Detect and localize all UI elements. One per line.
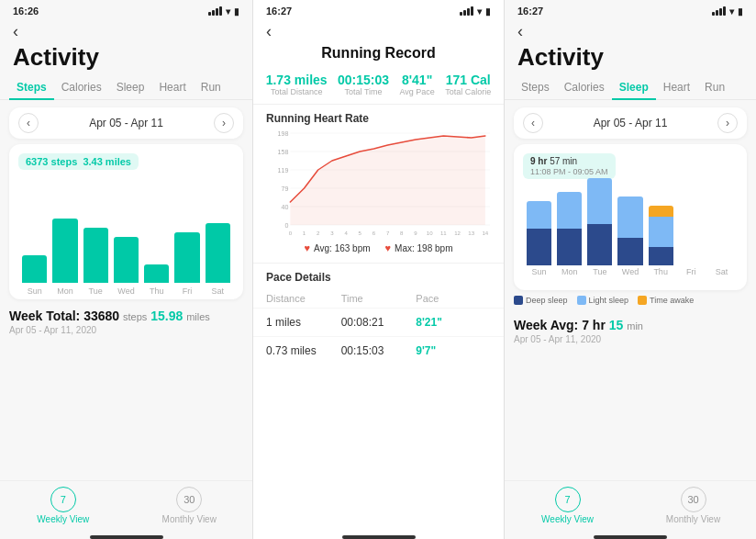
week-next-1[interactable]: › bbox=[214, 113, 234, 133]
svg-text:158: 158 bbox=[278, 149, 289, 155]
bar-col-tue: Tue bbox=[83, 228, 108, 296]
monthly-view-3[interactable]: 30 Monthly View bbox=[630, 487, 756, 524]
legend-deep: Deep sleep bbox=[514, 296, 568, 305]
pace-val-2: 9'7" bbox=[416, 344, 491, 357]
week-prev-3[interactable]: ‹ bbox=[523, 113, 543, 133]
monthly-view-1[interactable]: 30 Monthly View bbox=[127, 487, 253, 524]
sleep-col-tue: Tue bbox=[587, 178, 612, 276]
week-selector-3: ‹ Apr 05 - Apr 11 › bbox=[514, 107, 747, 139]
signal-icon-3 bbox=[712, 6, 726, 16]
sleep-bar-thu bbox=[649, 206, 673, 265]
week-selector-1: ‹ Apr 05 - Apr 11 › bbox=[9, 107, 243, 139]
week-next-3[interactable]: › bbox=[717, 113, 738, 133]
tab-sleep-3[interactable]: Sleep bbox=[612, 77, 656, 99]
running-title: Running Record bbox=[253, 41, 504, 67]
pace-row-1: 1 miles 00:08:21 8'21" bbox=[253, 308, 504, 336]
weekly-view-1[interactable]: 7 Weekly View bbox=[0, 487, 127, 524]
avg-bpm: Avg: 163 bpm bbox=[314, 243, 371, 253]
bar-tue bbox=[83, 228, 108, 283]
light-tue bbox=[587, 178, 612, 224]
stat-distance-label: Total Distance bbox=[266, 87, 328, 96]
svg-text:1: 1 bbox=[303, 230, 306, 236]
tab-run-3[interactable]: Run bbox=[697, 77, 732, 99]
weekly-label-3: Weekly View bbox=[541, 514, 594, 524]
bar-sat bbox=[206, 223, 230, 283]
svg-text:4: 4 bbox=[344, 230, 348, 236]
sleep-col-wed: Wed bbox=[617, 197, 642, 276]
bar-col-sun: Sun bbox=[22, 255, 47, 296]
sleep-bar-tue bbox=[587, 178, 612, 265]
week-avg-3: Week Avg: 7 hr 15 min Apr 05 - Apr 11, 2… bbox=[505, 309, 756, 348]
tabs-3: Steps Calories Sleep Heart Run bbox=[505, 77, 756, 100]
heart-rate-chart: 198 158 119 79 40 0 0 1 2 3 4 5 6 7 8 9 … bbox=[262, 129, 495, 239]
sleep-bar-wed bbox=[617, 197, 642, 265]
svg-text:79: 79 bbox=[281, 185, 288, 192]
legend-dot-light bbox=[577, 296, 586, 305]
signal-icon-1 bbox=[208, 6, 222, 16]
bar-label-fri: Fri bbox=[183, 286, 193, 296]
bar-sun bbox=[22, 255, 47, 283]
sleep-label-sun: Sun bbox=[532, 267, 547, 276]
tab-steps-3[interactable]: Steps bbox=[514, 77, 557, 99]
stat-cal: 171 Cal Total Calorie bbox=[445, 73, 491, 96]
bar-col-sat: Sat bbox=[206, 223, 230, 296]
back-button-1[interactable]: ‹ bbox=[13, 22, 18, 40]
svg-text:7: 7 bbox=[386, 230, 390, 236]
pace-col-pace: Pace bbox=[416, 293, 491, 304]
tab-steps-1[interactable]: Steps bbox=[9, 77, 54, 99]
tab-sleep-1[interactable]: Sleep bbox=[109, 77, 152, 99]
back-button-3[interactable]: ‹ bbox=[517, 22, 523, 40]
legend-label-awake: Time awake bbox=[650, 296, 694, 305]
stat-cal-label: Total Calorie bbox=[445, 87, 491, 96]
tab-calories-3[interactable]: Calories bbox=[557, 77, 612, 99]
legend-light: Light sleep bbox=[577, 296, 629, 305]
svg-text:119: 119 bbox=[278, 167, 289, 174]
sleep-label-wed: Wed bbox=[622, 267, 639, 276]
battery-icon-3: ▮ bbox=[738, 6, 743, 17]
svg-text:6: 6 bbox=[372, 230, 376, 236]
pace-title: Pace Details bbox=[253, 264, 504, 287]
deep-sun bbox=[527, 229, 551, 265]
pace-val-1: 8'21" bbox=[416, 316, 491, 329]
pace-time-1: 00:08:21 bbox=[341, 316, 417, 329]
tab-heart-3[interactable]: Heart bbox=[656, 77, 697, 99]
svg-text:2: 2 bbox=[317, 230, 320, 236]
week-total-date-1: Apr 05 - Apr 11, 2020 bbox=[9, 325, 243, 335]
tab-run-1[interactable]: Run bbox=[194, 77, 228, 99]
weekly-view-3[interactable]: 7 Weekly View bbox=[505, 487, 630, 524]
stat-pace: 8'41" Avg Pace bbox=[399, 73, 434, 96]
bar-wed bbox=[114, 237, 139, 283]
sleep-col-thu: Thu bbox=[649, 206, 673, 276]
stat-distance: 1.73 miles Total Distance bbox=[266, 73, 328, 96]
weekly-label-1: Weekly View bbox=[37, 514, 89, 524]
home-indicator-1 bbox=[90, 535, 163, 539]
chart-tooltip-1: 6373 steps 3.43 miles bbox=[18, 153, 139, 170]
light-wed bbox=[617, 197, 642, 238]
svg-text:198: 198 bbox=[278, 130, 289, 137]
status-bar-1: 16:26 ▾ ▮ bbox=[0, 0, 252, 18]
monthly-circle-1: 30 bbox=[176, 487, 202, 512]
tab-heart-1[interactable]: Heart bbox=[151, 77, 193, 99]
back-button-2[interactable]: ‹ bbox=[266, 22, 272, 40]
heart-rate-legend: ♥ Avg: 163 bpm ♥ Max: 198 bpm bbox=[253, 239, 504, 259]
home-indicator-2 bbox=[342, 535, 416, 539]
pace-header: Distance Time Pace bbox=[253, 287, 504, 308]
sleep-col-fri: Fri bbox=[679, 265, 704, 276]
light-thu bbox=[649, 217, 673, 247]
stat-time: 00:15:03 Total Time bbox=[338, 73, 389, 96]
time-3: 16:27 bbox=[517, 6, 543, 17]
sleep-col-sat: Sat bbox=[709, 265, 734, 276]
week-total-title-1: Week Total: 33680 steps 15.98 miles bbox=[9, 309, 243, 323]
bar-col-fri: Fri bbox=[174, 232, 199, 296]
tab-calories-1[interactable]: Calories bbox=[54, 77, 109, 99]
pace-row-2: 0.73 miles 00:15:03 9'7" bbox=[253, 336, 504, 365]
week-prev-1[interactable]: ‹ bbox=[18, 113, 39, 133]
time-2: 16:27 bbox=[266, 6, 292, 17]
sleep-label-sat: Sat bbox=[716, 267, 728, 276]
nav-bar-3: ‹ bbox=[505, 18, 756, 41]
svg-text:11: 11 bbox=[440, 230, 447, 236]
heart-rate-title: Running Heart Rate bbox=[253, 105, 504, 129]
light-sun bbox=[527, 201, 551, 229]
bar-label-sun: Sun bbox=[28, 286, 42, 296]
bar-thu bbox=[144, 264, 169, 283]
